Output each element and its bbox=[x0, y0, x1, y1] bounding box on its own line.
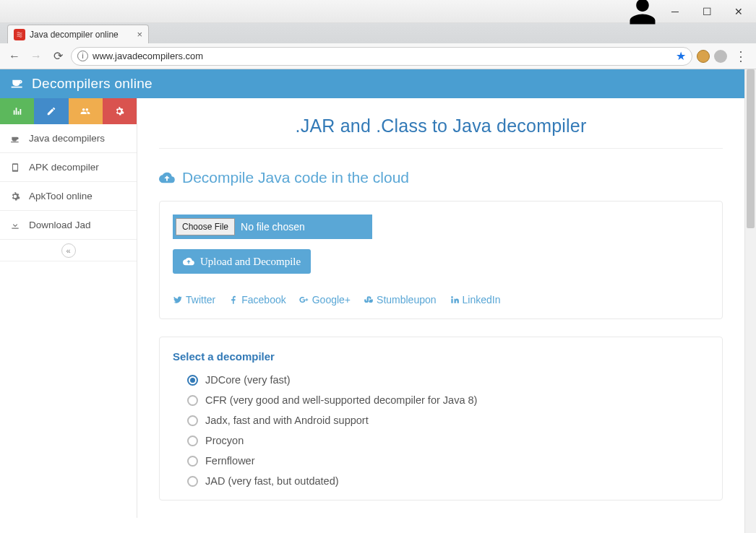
tab-title: Java decompiler online bbox=[30, 30, 132, 40]
url-text: www.javadecompilers.com bbox=[93, 51, 671, 61]
sidebar-collapse-button[interactable]: « bbox=[0, 240, 137, 261]
tab-close-button[interactable]: × bbox=[137, 29, 142, 40]
upload-button-label: Upload and Decompile bbox=[200, 256, 301, 268]
bookmark-star-icon[interactable]: ★ bbox=[676, 49, 686, 63]
sidebar-button-edit[interactable] bbox=[34, 98, 68, 124]
radio-label: Fernflower bbox=[205, 455, 255, 467]
sidebar-button-stats[interactable] bbox=[0, 98, 34, 124]
share-linkedin[interactable]: LinkedIn bbox=[450, 294, 501, 306]
radio-icon bbox=[187, 395, 198, 406]
gear-icon bbox=[10, 191, 20, 202]
radio-icon bbox=[187, 415, 198, 426]
mobile-icon bbox=[10, 162, 20, 173]
sidebar-item-apktool-online[interactable]: ApkTool online bbox=[0, 182, 137, 211]
window-titlebar: ─ ☐ ✕ bbox=[0, 0, 756, 23]
back-button[interactable]: ← bbox=[6, 48, 23, 65]
choose-file-button[interactable]: Choose File bbox=[176, 218, 235, 235]
forward-button[interactable]: → bbox=[27, 48, 45, 65]
radio-label: Jadx, fast and with Android support bbox=[205, 415, 369, 426]
share-stumbleupon[interactable]: Stumbleupon bbox=[364, 294, 437, 306]
sidebar-action-buttons bbox=[0, 98, 137, 124]
download-icon bbox=[10, 220, 20, 230]
tab-favicon bbox=[14, 29, 25, 40]
sidebar-item-label: Java decompilers bbox=[29, 133, 105, 144]
vertical-scrollbar[interactable] bbox=[744, 69, 756, 533]
coffee-cup-icon bbox=[10, 134, 20, 144]
sub-heading-text: Decompile Java code in the cloud bbox=[182, 169, 409, 186]
decompiler-option-jadx[interactable]: Jadx, fast and with Android support bbox=[187, 415, 709, 426]
facebook-icon bbox=[228, 295, 239, 305]
reload-button[interactable]: ⟳ bbox=[49, 48, 66, 65]
sidebar-item-apk-decompiler[interactable]: APK decompiler bbox=[0, 153, 137, 182]
radio-icon bbox=[187, 375, 198, 386]
sub-heading: Decompile Java code in the cloud bbox=[159, 169, 723, 186]
browser-tab[interactable]: Java decompiler online × bbox=[7, 25, 149, 43]
page-title: .JAR and .Class to Java decompiler bbox=[159, 111, 723, 149]
sidebar-item-label: ApkTool online bbox=[29, 191, 93, 202]
scrollbar-thumb[interactable] bbox=[747, 69, 755, 228]
linkedin-icon bbox=[450, 295, 460, 305]
decompiler-option-procyon[interactable]: Procyon bbox=[187, 435, 709, 446]
decompiler-option-fernflower[interactable]: Fernflower bbox=[187, 455, 709, 467]
browser-toolbar: ← → ⟳ i www.javadecompilers.com ★ ⋮ bbox=[0, 43, 756, 69]
user-account-icon[interactable] bbox=[627, 1, 658, 22]
decompiler-option-cfr[interactable]: CFR (very good and well-supported decomp… bbox=[187, 394, 709, 406]
radio-icon bbox=[187, 476, 198, 487]
decompiler-option-jad[interactable]: JAD (very fast, but outdated) bbox=[187, 475, 709, 487]
window-minimize-button[interactable]: ─ bbox=[659, 1, 691, 22]
radio-label: CFR (very good and well-supported decomp… bbox=[205, 394, 477, 406]
radio-label: JAD (very fast, but outdated) bbox=[205, 475, 339, 487]
sidebar-button-settings[interactable] bbox=[103, 98, 137, 124]
decompiler-radio-list: JDCore (very fast) CFR (very good and we… bbox=[173, 374, 709, 487]
sidebar-button-users[interactable] bbox=[69, 98, 103, 124]
cloud-upload-icon bbox=[183, 256, 194, 267]
stumbleupon-icon bbox=[364, 295, 374, 305]
share-twitter[interactable]: Twitter bbox=[173, 294, 215, 306]
sidebar: Java decompilers APK decompiler ApkTool … bbox=[0, 98, 137, 518]
browser-menu-button[interactable]: ⋮ bbox=[731, 48, 750, 64]
radio-icon bbox=[187, 456, 198, 467]
window-close-button[interactable]: ✕ bbox=[723, 1, 755, 22]
upload-panel: Choose File No file chosen Upload and De… bbox=[159, 201, 723, 319]
window-maximize-button[interactable]: ☐ bbox=[691, 1, 723, 22]
upload-decompile-button[interactable]: Upload and Decompile bbox=[173, 249, 311, 274]
share-facebook[interactable]: Facebook bbox=[228, 294, 285, 306]
social-share-row: Twitter Facebook Google+ Stumbleupo bbox=[173, 294, 709, 306]
radio-label: Procyon bbox=[205, 435, 244, 446]
cookie-extension-icon[interactable] bbox=[697, 50, 710, 63]
site-info-icon[interactable]: i bbox=[77, 51, 88, 61]
radio-icon bbox=[187, 436, 198, 446]
sidebar-item-label: Download Jad bbox=[29, 220, 91, 230]
address-bar[interactable]: i www.javadecompilers.com ★ bbox=[71, 47, 692, 66]
select-decompiler-heading: Select a decompiler bbox=[173, 350, 709, 363]
main-content: .JAR and .Class to Java decompiler Decom… bbox=[137, 98, 744, 518]
site-title: Decompilers online bbox=[32, 76, 153, 92]
file-chosen-label: No file chosen bbox=[241, 221, 305, 233]
radio-label: JDCore (very fast) bbox=[205, 374, 291, 386]
file-input-bar[interactable]: Choose File No file chosen bbox=[173, 214, 372, 239]
cloud-upload-icon bbox=[159, 170, 175, 186]
profile-avatar-icon[interactable] bbox=[714, 50, 727, 63]
googleplus-icon bbox=[299, 295, 309, 305]
sidebar-item-java-decompilers[interactable]: Java decompilers bbox=[0, 124, 137, 153]
decompiler-select-panel: Select a decompiler JDCore (very fast) C… bbox=[159, 337, 723, 500]
page-viewport: Decompilers online Java decompilers APK … bbox=[0, 69, 744, 533]
decompiler-option-jdcore[interactable]: JDCore (very fast) bbox=[187, 374, 709, 386]
share-googleplus[interactable]: Google+ bbox=[299, 294, 351, 306]
coffee-cup-icon bbox=[10, 75, 25, 92]
twitter-icon bbox=[173, 295, 183, 305]
sidebar-item-download-jad[interactable]: Download Jad bbox=[0, 211, 137, 240]
sidebar-item-label: APK decompiler bbox=[29, 162, 99, 173]
site-header: Decompilers online bbox=[0, 69, 744, 98]
chevron-left-icon: « bbox=[61, 243, 76, 258]
